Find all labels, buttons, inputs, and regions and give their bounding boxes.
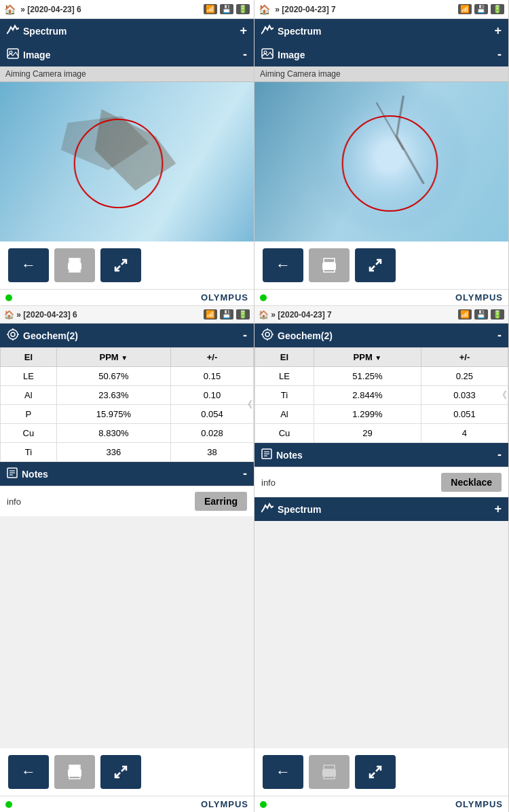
left-image-collapse[interactable]: -: [243, 47, 247, 62]
svg-point-26: [264, 51, 267, 54]
home-icon: 🏠: [4, 4, 16, 15]
right-notes-info: info: [261, 478, 276, 488]
table-row: LE50.67%0.15: [1, 367, 254, 386]
right-status-bar2: 🏠 » [2020-04-23] 7 📶 💾 🔋: [254, 306, 508, 324]
left-footer-dot: [5, 801, 12, 808]
table-cell: LE: [255, 367, 314, 386]
right-table-container: El PPM ▼ +/- LE51.25%0.25Ti2.844%0.033Al…: [254, 347, 508, 443]
left-geochem-collapse[interactable]: -: [243, 328, 247, 343]
right-bottom-spectrum-collapse[interactable]: +: [494, 502, 502, 516]
right-geochem-header[interactable]: Geochem(2) -: [254, 324, 508, 347]
table-row: LE51.25%0.25: [255, 367, 508, 386]
left-data-table: El PPM ▼ +/- LE50.67%0.15Al23.63%0.10P15…: [0, 347, 254, 462]
right-geochem-collapse[interactable]: -: [497, 328, 502, 343]
left-olympus-text: OLYMPUS: [201, 292, 248, 303]
left-breadcrumb2: [2020-04-23] 6: [23, 310, 77, 320]
svg-point-32: [263, 330, 272, 339]
table-cell: 2.844%: [314, 386, 421, 405]
left-spacer: [0, 516, 254, 748]
right-bottom-print-button: [309, 755, 350, 789]
table-cell: 0.10: [171, 386, 254, 405]
left-notes-collapse[interactable]: -: [243, 467, 247, 481]
right-battery-icon: 🔋: [491, 4, 504, 14]
right-image-header[interactable]: Image -: [254, 43, 508, 66]
right-spectrum-header[interactable]: Spectrum +: [254, 19, 508, 43]
right-geochem-icon: [261, 328, 274, 343]
left-notes-value[interactable]: Earring: [195, 492, 247, 511]
table-cell: 0.25: [421, 367, 508, 386]
right-footer: OLYMPUS: [254, 796, 508, 812]
right-wifi-icon: 📶: [458, 4, 472, 14]
left-status-bar2: 🏠 » [2020-04-23] 6 📶 💾 🔋: [0, 306, 254, 324]
table-cell: 8.830%: [56, 424, 170, 443]
right-notes-header[interactable]: Notes -: [254, 443, 508, 467]
left-notes-content: info Earring: [0, 486, 254, 516]
right-arrow2: »: [269, 310, 278, 320]
left-expand-button[interactable]: [100, 248, 141, 282]
right-breadcrumb2: [2020-04-23] 7: [278, 310, 331, 320]
right-sd-icon2: 💾: [474, 309, 488, 320]
right-image-label: Image: [278, 50, 305, 60]
right-sd-icon: 💾: [474, 4, 488, 14]
right-olympus-text: OLYMPUS: [455, 292, 503, 303]
table-cell: 4: [421, 424, 508, 443]
svg-point-10: [11, 332, 15, 336]
right-bottom-buttons: ←: [254, 748, 508, 796]
right-bottom-spectrum-header[interactable]: Spectrum +: [254, 497, 508, 521]
right-bottom-spectrum-icon: [261, 503, 274, 516]
table-cell: P: [1, 405, 57, 424]
left-print-button[interactable]: [54, 248, 95, 282]
right-bottom-expand-button[interactable]: [355, 755, 396, 789]
table-row: Al1.299%0.051: [255, 405, 508, 424]
left-spectrum-icon: [7, 24, 19, 37]
svg-rect-42: [322, 769, 336, 777]
left-notes-header[interactable]: Notes -: [0, 462, 254, 486]
table-cell: 0.054: [171, 405, 254, 424]
right-back-button[interactable]: ←: [263, 248, 303, 282]
right-action-buttons: ←: [254, 241, 508, 289]
left-col-ppm[interactable]: PPM ▼: [56, 348, 170, 367]
svg-point-9: [8, 330, 18, 339]
left-footer: OLYMPUS: [0, 796, 254, 812]
left-green-dot: [5, 294, 12, 301]
table-cell: 336: [56, 443, 170, 462]
table-cell: Cu: [1, 424, 57, 443]
right-bottom-back-button[interactable]: ←: [263, 755, 303, 789]
right-notes-value[interactable]: Necklace: [441, 473, 502, 492]
right-expand-button[interactable]: [355, 248, 396, 282]
svg-point-1: [10, 51, 12, 54]
right-notes-collapse[interactable]: -: [497, 448, 502, 462]
left-col-el: El: [1, 348, 57, 367]
right-spacer: [254, 521, 508, 748]
left-spectrum-header[interactable]: Spectrum +: [0, 19, 254, 43]
svg-rect-27: [322, 263, 336, 270]
right-print-button[interactable]: [309, 248, 350, 282]
svg-rect-4: [70, 267, 79, 272]
left-col-pm: +/-: [171, 348, 254, 367]
wifi-icon2: 📶: [204, 309, 217, 320]
left-bottom-print-button[interactable]: [54, 755, 95, 789]
svg-rect-28: [324, 258, 335, 263]
right-camera-label: Aiming Camera image: [254, 66, 508, 82]
right-wifi-icon2: 📶: [458, 309, 472, 320]
right-spectrum-collapse[interactable]: +: [494, 24, 502, 38]
right-image-icon: [261, 48, 274, 61]
table-cell: Al: [255, 405, 314, 424]
right-col-ppm[interactable]: PPM ▼: [314, 348, 421, 367]
left-back-button[interactable]: ←: [8, 248, 49, 282]
left-bottom-back-button[interactable]: ←: [8, 755, 49, 789]
left-arrow2: »: [14, 310, 23, 320]
table-cell: 29: [314, 424, 421, 443]
left-image-header[interactable]: Image -: [0, 43, 254, 66]
table-cell: 0.028: [171, 424, 254, 443]
right-battery-icon2: 🔋: [491, 309, 504, 320]
table-cell: 1.299%: [314, 405, 421, 424]
left-geochem-header[interactable]: Geochem(2) -: [0, 324, 254, 347]
right-image-collapse[interactable]: -: [497, 47, 502, 62]
left-spectrum-label: Spectrum: [23, 26, 67, 37]
table-row: P15.975%0.054: [1, 405, 254, 424]
right-olympus-bar: OLYMPUS: [254, 289, 508, 306]
left-panel: 🏠 » [2020-04-23] 6 📶 💾 🔋 Spectrum +: [0, 0, 254, 812]
left-bottom-expand-button[interactable]: [100, 755, 141, 789]
left-spectrum-collapse[interactable]: +: [240, 24, 247, 38]
